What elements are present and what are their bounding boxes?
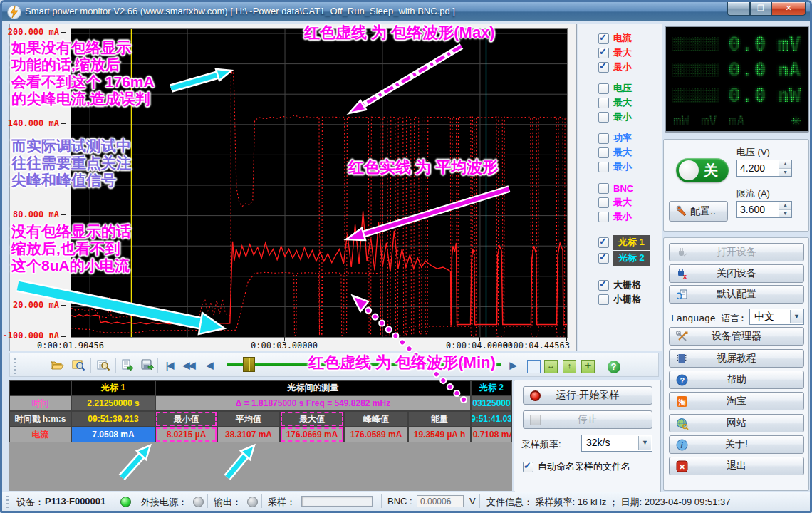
legend-item-power[interactable]: 功率 xyxy=(598,132,632,145)
toolbar-grip[interactable] xyxy=(14,357,16,374)
device-manager-button[interactable]: 设备管理器 xyxy=(669,327,804,346)
nav-first-icon[interactable]: |◀ xyxy=(161,357,177,373)
annotation-max-envelope: 红色虚线 为 包络波形(Max) xyxy=(304,22,495,43)
legend-item-bnc-max[interactable]: 最大 xyxy=(598,196,632,209)
cursor1-time: 2.21250000 s xyxy=(71,395,155,411)
legend-item-voltage[interactable]: 电压 xyxy=(598,82,632,95)
fit-height-icon[interactable]: ↕ xyxy=(561,358,578,375)
svg-text:x: x xyxy=(683,273,687,279)
toggle-knob[interactable] xyxy=(679,160,699,180)
output-led xyxy=(247,497,258,507)
checkbox-voltage-min[interactable] xyxy=(598,112,609,123)
timeline-slider-handle[interactable] xyxy=(243,357,255,372)
open-recent-icon[interactable] xyxy=(71,357,87,373)
checkbox-voltage[interactable] xyxy=(598,83,609,94)
checkbox-power[interactable] xyxy=(598,133,609,144)
sample-rate-select[interactable]: 32k/s ▼ xyxy=(581,435,652,452)
statusbar-grip xyxy=(6,494,9,508)
led-row-voltage: 0.0mV xyxy=(672,33,801,55)
legend-item-power-min[interactable]: 最小 xyxy=(598,160,632,173)
open-device-button[interactable]: 打开设备 xyxy=(669,243,804,261)
minimize-button[interactable]: — xyxy=(727,2,750,16)
step-up-icon[interactable]: ▲ xyxy=(779,160,791,169)
taobao-button[interactable]: 淘 淘宝 xyxy=(669,392,804,410)
legend-item-power-max[interactable]: 最大 xyxy=(598,146,632,159)
about-button[interactable]: i 关于! xyxy=(669,435,804,454)
nav-forward-icon[interactable]: ▶ xyxy=(504,357,521,373)
ext-power-label: 外接电源： xyxy=(141,496,187,509)
save-icon[interactable] xyxy=(139,357,155,373)
voltage-stepper[interactable]: 4.200 ▲▼ xyxy=(736,160,792,177)
led-row-power: 0.0nW xyxy=(672,84,801,106)
led-row-current: 0.0nA xyxy=(672,58,801,81)
legend-item-grid-small[interactable]: 小栅格 xyxy=(598,293,641,306)
website-button[interactable]: 网站 xyxy=(669,414,804,432)
step-down-icon[interactable]: ▼ xyxy=(779,169,791,177)
language-select[interactable]: 中文 ▼ xyxy=(749,309,804,325)
voltage-value: 4.200 xyxy=(740,162,765,174)
checkbox-autoname[interactable] xyxy=(523,462,533,472)
checkbox-bnc[interactable] xyxy=(598,183,609,194)
legend-item-bnc-min[interactable]: 最小 xyxy=(598,210,632,223)
checkbox-cursor2[interactable] xyxy=(598,253,609,264)
language-value: 中文 xyxy=(754,311,774,323)
output-toggle[interactable]: 关 xyxy=(676,158,729,182)
video-tutorial-button[interactable]: 视屏教程 xyxy=(669,349,804,368)
nav-fast-back-icon[interactable]: ◀◀ xyxy=(180,357,197,373)
maximize-button[interactable]: ❐ xyxy=(750,2,771,16)
plug-icon xyxy=(676,247,690,259)
checkbox-current-max[interactable] xyxy=(598,48,609,58)
nav-back-icon[interactable]: ◀ xyxy=(201,357,217,373)
search-data-icon[interactable] xyxy=(95,357,112,373)
checkbox-power-min[interactable] xyxy=(598,162,609,172)
fit-all-icon[interactable]: ✛ xyxy=(580,358,596,375)
checkbox-current[interactable] xyxy=(598,33,609,44)
globe-search-icon xyxy=(676,418,690,430)
run-sampling-button[interactable]: 运行-开始采样 xyxy=(523,386,652,405)
checkbox-voltage-max[interactable] xyxy=(598,98,609,108)
open-file-icon[interactable] xyxy=(49,357,66,373)
between-cursors-header: 光标间的测量 xyxy=(155,380,471,395)
legend-item-cursor1[interactable]: 光标 1 xyxy=(598,236,650,249)
led-display: 0.0mV 0.0nA 0.0nW mW mV mA ✳ xyxy=(665,26,809,133)
app-window: Smart power monitor V2.66 (www.smartxbw.… xyxy=(0,0,812,513)
toolbar-help-icon[interactable]: ? xyxy=(605,358,622,375)
table-corner-cell xyxy=(9,380,71,395)
legend-item-current-min[interactable]: 最小 xyxy=(598,61,632,73)
stepper-arrows[interactable]: ▲▼ xyxy=(779,202,791,217)
legend-item-bnc[interactable]: BNC xyxy=(598,182,633,195)
stepper-arrows[interactable]: ▲▼ xyxy=(779,160,791,176)
current-limit-stepper[interactable]: 3.600 ▲▼ xyxy=(736,201,792,218)
legend-item-current[interactable]: 电流 xyxy=(598,32,632,45)
autoname-row[interactable]: 自动命名采样的文件名 xyxy=(523,460,630,473)
checkbox-cursor1[interactable] xyxy=(598,237,609,248)
legend-item-voltage-max[interactable]: 最大 xyxy=(598,96,632,109)
legend-item-voltage-min[interactable]: 最小 xyxy=(598,110,632,123)
cursor2-header: 光标 2 xyxy=(471,380,512,395)
checkbox-power-max[interactable] xyxy=(598,147,609,158)
checkbox-current-min[interactable] xyxy=(598,62,609,73)
default-config-button[interactable]: 默认配置 xyxy=(669,285,804,304)
bnc-value-field[interactable] xyxy=(417,495,464,507)
energy-column-header: 能量 xyxy=(408,411,471,427)
fit-width-icon[interactable]: ↔ xyxy=(543,358,559,375)
sampling-panel: 运行-开始采样 停止 采样频率: 32k/s ▼ 自动命名采样的文件名 xyxy=(514,380,661,492)
checkbox-grid-small[interactable] xyxy=(598,294,609,305)
close-button[interactable]: ✕ xyxy=(771,2,806,16)
checkbox-bnc-min[interactable] xyxy=(598,212,609,222)
step-up-icon[interactable]: ▲ xyxy=(779,202,791,210)
export-icon[interactable] xyxy=(119,357,135,373)
legend-item-current-max[interactable]: 最大 xyxy=(598,46,632,59)
help-button[interactable]: ? 帮助 xyxy=(669,370,804,389)
step-down-icon[interactable]: ▼ xyxy=(779,210,791,218)
exit-button[interactable]: ✕ 退出 xyxy=(669,457,804,475)
close-device-button[interactable]: x 关闭设备 xyxy=(669,264,804,283)
legend-item-cursor2[interactable]: 光标 2 xyxy=(598,252,650,264)
stop-sampling-button[interactable]: 停止 xyxy=(523,410,652,429)
config-button[interactable]: 配置.. xyxy=(669,201,728,222)
checkbox-grid-large[interactable] xyxy=(598,280,609,291)
current-pp-value: 176.0589 mA xyxy=(344,427,408,442)
zoom-reset-icon[interactable] xyxy=(526,358,542,375)
legend-item-grid-large[interactable]: 大栅格 xyxy=(598,279,641,291)
checkbox-bnc-max[interactable] xyxy=(598,197,609,208)
